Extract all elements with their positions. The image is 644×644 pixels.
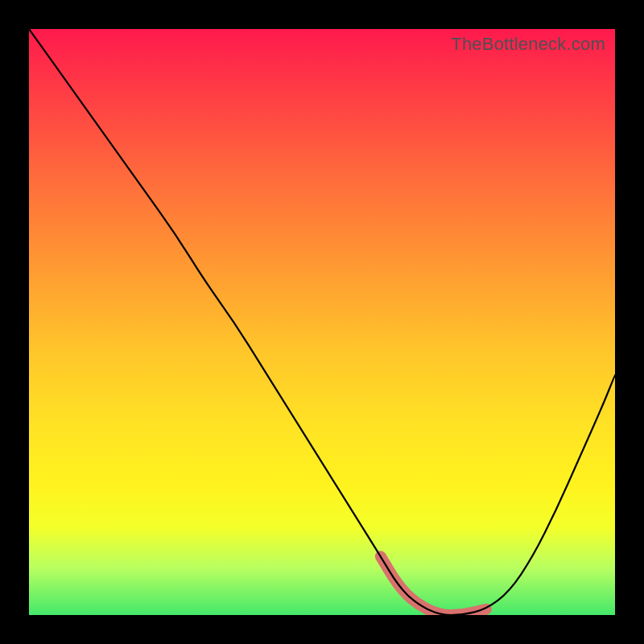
main-curve (29, 29, 615, 615)
chart-container: TheBottleneck.com (0, 0, 644, 644)
plot-area: TheBottleneck.com (29, 29, 615, 615)
chart-svg (29, 29, 615, 615)
accent-segment (381, 556, 486, 615)
